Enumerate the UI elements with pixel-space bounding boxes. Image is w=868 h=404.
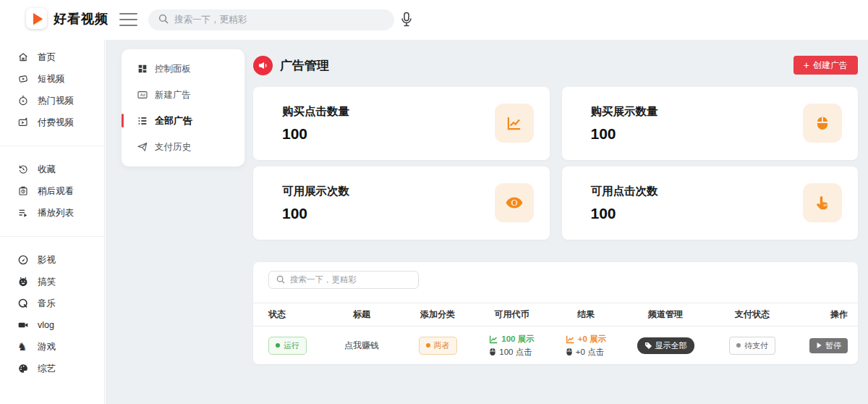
payment-label: 待支付 bbox=[744, 340, 768, 351]
home-icon bbox=[17, 51, 29, 63]
sidebar-divider bbox=[0, 236, 104, 237]
svg-text:Ad: Ad bbox=[140, 93, 145, 97]
send-icon bbox=[137, 141, 148, 153]
stat-card-purchased-clicks: 购买点击数量 100 bbox=[253, 87, 550, 160]
pause-button[interactable]: 暂停 bbox=[809, 338, 848, 353]
column-header-payment: 支付状态 bbox=[709, 308, 796, 321]
payment-status-badge: 待支付 bbox=[729, 337, 775, 355]
sidebar-item-music[interactable]: 音乐 bbox=[0, 293, 104, 314]
play-icon bbox=[816, 342, 822, 349]
adnav-item-dashboard[interactable]: 控制面板 bbox=[122, 56, 244, 82]
sidebar-item-label: 首页 bbox=[38, 51, 56, 64]
adnav-item-label: 支付历史 bbox=[155, 141, 191, 153]
menu-icon[interactable] bbox=[119, 13, 137, 26]
sidebar-item-games[interactable]: ♞ 游戏 bbox=[0, 336, 104, 358]
search-icon bbox=[158, 14, 169, 27]
status-badge-running: 运行 bbox=[268, 337, 307, 355]
search-input[interactable]: 搜索一下，更精彩 bbox=[148, 9, 394, 30]
playlist-icon bbox=[17, 207, 29, 219]
line-chart-icon bbox=[495, 104, 534, 143]
column-header-actions: 操作 bbox=[796, 308, 858, 321]
watch-later-icon bbox=[17, 185, 29, 197]
adnav-item-payment-history[interactable]: 支付历史 bbox=[122, 134, 244, 160]
sidebar-item-variety[interactable]: 综艺 bbox=[0, 358, 104, 379]
results-cell: +0 展示 +0 点击 bbox=[550, 334, 622, 358]
orange-dot-icon bbox=[426, 343, 430, 348]
table-search-input[interactable]: 搜索一下，更精彩 bbox=[268, 271, 419, 289]
column-header-results: 结果 bbox=[550, 308, 622, 321]
column-header-title: 标题 bbox=[322, 308, 401, 321]
topbar: 好看视频 搜索一下，更精彩 bbox=[0, 0, 868, 40]
game-knight-icon: ♞ bbox=[17, 341, 29, 353]
table-header-row: 状态 标题 添加分类 可用代币 结果 频道管理 支付状态 操作 bbox=[253, 303, 858, 327]
adnav-item-new-ad[interactable]: Ad 新建广告 bbox=[122, 82, 244, 108]
adnav-item-label: 全部广告 bbox=[155, 114, 192, 127]
green-dot-icon bbox=[276, 343, 280, 348]
result-clicks: +0 点击 bbox=[566, 347, 604, 358]
adnav-item-all-ads[interactable]: 全部广告 bbox=[122, 108, 244, 134]
sidebar-item-label: 热门视频 bbox=[38, 95, 74, 107]
sidebar-item-movies[interactable]: 影视 bbox=[0, 249, 104, 271]
ad-title-cell: 点我赚钱 bbox=[322, 340, 401, 352]
mini-mouse-icon bbox=[566, 348, 573, 356]
page-header: 广告管理 + 创建广告 bbox=[253, 50, 858, 80]
pause-label: 暂停 bbox=[825, 340, 841, 351]
eye-icon bbox=[495, 183, 534, 222]
sidebar-item-home[interactable]: 首页 bbox=[0, 46, 104, 68]
sidebar-item-hot-video[interactable]: 热门视频 bbox=[0, 90, 104, 111]
ad-nav-panel: 控制面板 Ad 新建广告 全部广告 支付历史 bbox=[122, 49, 244, 167]
result-impressions: +0 展示 bbox=[566, 334, 606, 345]
mini-mouse-icon bbox=[489, 348, 496, 356]
sidebar-item-funny[interactable]: 搞笑 bbox=[0, 271, 104, 293]
brand[interactable]: 好看视频 bbox=[26, 8, 109, 29]
stat-card-available-impressions: 可用展示次数 100 bbox=[253, 167, 550, 240]
short-video-icon bbox=[17, 73, 29, 85]
column-header-tokens: 可用代币 bbox=[474, 308, 550, 321]
sidebar-item-label: 短视频 bbox=[38, 73, 65, 85]
mini-chart-icon bbox=[489, 334, 498, 344]
category-badge: 两者 bbox=[419, 337, 457, 355]
main-content: 控制面板 Ad 新建广告 全部广告 支付历史 广告管理 + bbox=[106, 40, 868, 404]
click-hand-icon bbox=[803, 183, 842, 222]
adnav-item-label: 新建广告 bbox=[155, 89, 191, 101]
stat-card-purchased-impressions: 购买展示数量 100 bbox=[562, 87, 859, 160]
stat-card-available-clicks: 可用点击次数 100 bbox=[562, 167, 859, 240]
column-header-category: 添加分类 bbox=[401, 308, 474, 321]
brand-name: 好看视频 bbox=[54, 10, 109, 28]
sidebar-item-label: 音乐 bbox=[38, 298, 56, 310]
show-all-channels-button[interactable]: 显示全部 bbox=[637, 337, 694, 354]
sidebar-item-paid-video[interactable]: 付费视频 bbox=[0, 111, 104, 133]
search-icon bbox=[276, 274, 285, 287]
sidebar-item-watch-later[interactable]: 稍后观看 bbox=[0, 180, 104, 202]
palette-icon bbox=[17, 363, 29, 374]
sidebar-item-label: vlog bbox=[38, 320, 54, 330]
paid-video-icon bbox=[17, 117, 29, 128]
column-header-channel: 频道管理 bbox=[622, 308, 709, 321]
category-label: 两者 bbox=[434, 340, 450, 351]
tag-icon bbox=[644, 342, 652, 350]
sidebar-item-label: 综艺 bbox=[38, 363, 56, 375]
sidebar-item-label: 收藏 bbox=[38, 164, 56, 176]
page-title: 广告管理 bbox=[280, 57, 329, 74]
sidebar-item-playlist[interactable]: 播放列表 bbox=[0, 202, 104, 224]
microphone-icon[interactable] bbox=[400, 12, 413, 30]
column-header-status: 状态 bbox=[253, 308, 322, 321]
active-indicator bbox=[122, 114, 124, 127]
table-row: 运行 点我赚钱 两者 100 展示 bbox=[253, 327, 858, 364]
payment-cell: 待支付 bbox=[709, 337, 796, 355]
sidebar-item-label: 付费视频 bbox=[38, 117, 74, 129]
create-ad-button[interactable]: + 创建广告 bbox=[793, 56, 858, 75]
sidebar-item-short-video[interactable]: 短视频 bbox=[0, 68, 104, 90]
sidebar: 首页 短视频 热门视频 付费视频 收藏 稍后观看 bbox=[0, 40, 105, 404]
tokens-impressions: 100 展示 bbox=[489, 334, 534, 345]
sidebar-item-label: 搞笑 bbox=[38, 276, 56, 288]
list-icon bbox=[137, 115, 148, 127]
sidebar-item-vlog[interactable]: vlog bbox=[0, 314, 104, 336]
app: 好看视频 搜索一下，更精彩 首页 短视频 热门视频 bbox=[0, 0, 868, 404]
create-ad-label: 创建广告 bbox=[813, 59, 848, 72]
sidebar-divider bbox=[0, 146, 104, 146]
plus-icon: + bbox=[804, 60, 809, 70]
sidebar-item-favorites[interactable]: 收藏 bbox=[0, 159, 104, 180]
movies-icon bbox=[17, 254, 29, 266]
adnav-item-label: 控制面板 bbox=[155, 63, 191, 75]
